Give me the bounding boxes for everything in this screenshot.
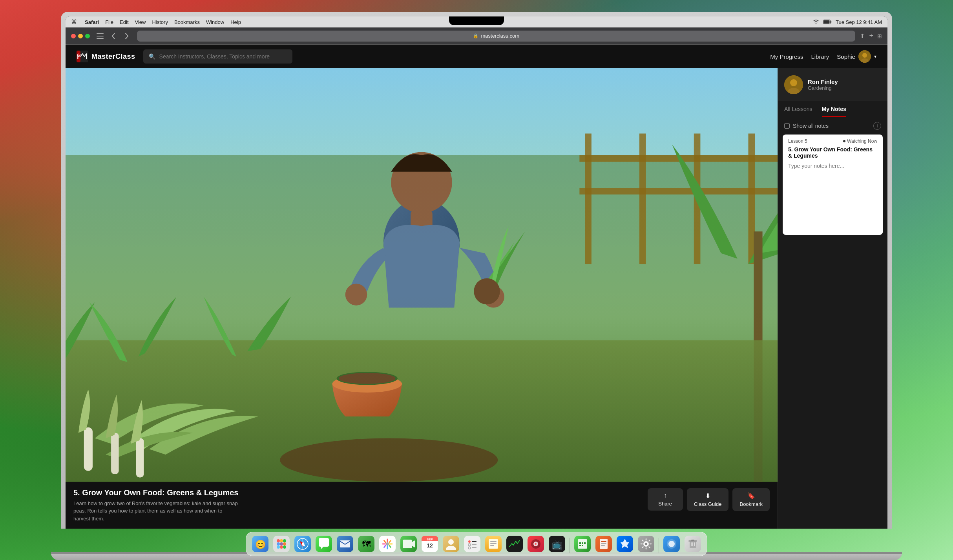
svg-point-49 [280, 545, 283, 549]
battery-icon [823, 20, 832, 24]
svg-point-37 [790, 79, 797, 86]
address-bar[interactable]: 🔒 masterclass.com [137, 31, 855, 42]
mc-logo[interactable]: MasterClass [77, 51, 135, 62]
dock-item-finder[interactable]: 😊 [251, 535, 270, 553]
dock-item-mail[interactable] [336, 535, 354, 553]
dock-item-launchpad[interactable] [272, 535, 291, 553]
dock-item-system-prefs[interactable] [637, 535, 655, 553]
info-icon[interactable]: i [873, 122, 881, 130]
dock-item-pages[interactable] [594, 535, 613, 553]
browser-window: 🔒 masterclass.com ⬆ + ⊞ [66, 27, 887, 529]
search-input[interactable] [159, 53, 287, 60]
share-icon[interactable]: ⬆ [860, 33, 865, 40]
dock-item-safari[interactable] [293, 535, 312, 553]
watching-text: Watching Now [847, 138, 877, 144]
svg-rect-35 [66, 68, 778, 482]
svg-text:📺: 📺 [552, 539, 563, 550]
svg-rect-76 [472, 547, 476, 548]
dock-item-stocks[interactable] [505, 535, 524, 553]
lock-icon: 🔒 [473, 33, 478, 38]
menu-bookmarks[interactable]: Bookmarks [174, 19, 200, 25]
instructor-avatar [784, 75, 803, 94]
svg-text:12: 12 [427, 542, 433, 549]
dock-item-photos[interactable] [378, 535, 397, 553]
dock-item-messages[interactable] [314, 535, 333, 553]
close-button[interactable] [71, 34, 76, 38]
url-display: masterclass.com [481, 33, 519, 39]
svg-point-48 [277, 545, 280, 549]
dock-item-music[interactable] [526, 535, 545, 553]
svg-rect-72 [472, 541, 476, 542]
menu-history[interactable]: History [152, 19, 168, 25]
sidebar-toggle-icon[interactable] [95, 31, 106, 42]
svg-point-104 [645, 543, 647, 545]
watching-badge: Watching Now [843, 138, 877, 144]
svg-text:🗺: 🗺 [362, 539, 371, 549]
video-player[interactable] [66, 68, 778, 482]
video-title: 5. Grow Your Own Food: Greens & Legumes [73, 488, 648, 497]
svg-rect-114 [694, 542, 695, 546]
show-all-notes[interactable]: Show all notes [784, 123, 829, 129]
new-tab-icon[interactable]: + [869, 32, 873, 40]
notes-textarea[interactable] [783, 163, 883, 233]
dock-item-notes[interactable] [484, 535, 503, 553]
dock-separator-2 [659, 538, 659, 553]
library-link[interactable]: Library [811, 53, 829, 60]
menu-file[interactable]: File [105, 19, 113, 25]
share-button[interactable]: ↑ Share [648, 488, 683, 511]
instructor-subject: Gardening [808, 85, 838, 91]
nav-links: My Progress Library Sophie [770, 50, 876, 63]
bookmark-button[interactable]: 🔖 Bookmark [732, 488, 770, 511]
svg-rect-93 [584, 542, 586, 544]
svg-text:😊: 😊 [255, 539, 266, 550]
menu-window[interactable]: Window [206, 19, 224, 25]
dock-item-contacts[interactable] [442, 535, 460, 553]
dock-item-reminders[interactable] [463, 535, 482, 553]
search-bar[interactable]: 🔍 [143, 49, 292, 64]
chevron-down-icon: ▾ [874, 54, 876, 59]
user-avatar [858, 50, 871, 63]
show-all-checkbox[interactable] [784, 123, 790, 129]
apple-menu[interactable]: ⌘ [71, 18, 77, 25]
minimize-button[interactable] [78, 34, 83, 38]
svg-point-69 [448, 539, 454, 545]
dock-item-trash[interactable] [683, 535, 702, 553]
dock-item-appletv[interactable]: 📺 [548, 535, 566, 553]
instructor-header: Ron Finley Gardening [778, 68, 887, 101]
dock-item-appstore[interactable] [615, 535, 634, 553]
dock-item-calendar[interactable]: SEP12 [420, 535, 439, 553]
svg-point-44 [283, 539, 286, 542]
menu-help[interactable]: Help [230, 19, 241, 25]
mc-main-content: 5. Grow Your Own Food: Greens & Legumes … [66, 68, 887, 529]
tab-overview-icon[interactable]: ⊞ [877, 33, 882, 39]
system-time: Tue Sep 12 9:41 AM [836, 19, 882, 25]
svg-rect-91 [579, 542, 581, 544]
svg-rect-1 [823, 20, 829, 24]
dock-item-appbadge[interactable] [662, 535, 681, 553]
laptop-body: ⌘ Safari File Edit View History Bookmark… [61, 12, 892, 529]
menu-edit[interactable]: Edit [120, 19, 128, 25]
active-app-name[interactable]: Safari [85, 19, 99, 25]
back-button[interactable] [108, 31, 119, 42]
tab-all-lessons[interactable]: All Lessons [784, 101, 812, 117]
video-thumbnail-svg [66, 68, 778, 482]
my-progress-link[interactable]: My Progress [770, 53, 803, 60]
svg-point-86 [535, 543, 537, 545]
svg-point-71 [468, 540, 471, 543]
dock-item-numbers[interactable] [573, 535, 592, 553]
menu-view[interactable]: View [135, 19, 146, 25]
user-name: Sophie [837, 53, 855, 60]
svg-point-42 [277, 539, 280, 542]
forward-button[interactable] [121, 31, 132, 42]
lesson-label: Lesson 5 [788, 138, 807, 144]
notes-card-header: Lesson 5 Watching Now [783, 135, 883, 146]
maximize-button[interactable] [85, 34, 90, 38]
video-info-bar: 5. Grow Your Own Food: Greens & Legumes … [66, 482, 778, 529]
user-menu[interactable]: Sophie ▾ [837, 50, 876, 63]
dock-item-facetime[interactable] [399, 535, 418, 553]
dock-item-maps[interactable]: 🗺 [357, 535, 376, 553]
svg-rect-98 [601, 541, 606, 542]
video-description: Learn how to grow two of Ron's favorite … [73, 500, 238, 523]
tab-my-notes[interactable]: My Notes [822, 101, 846, 117]
class-guide-button[interactable]: ⬇ Class Guide [687, 488, 729, 511]
